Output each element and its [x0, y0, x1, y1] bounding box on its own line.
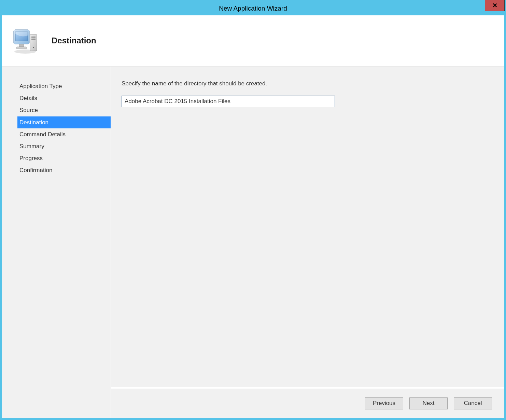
cancel-button[interactable]: Cancel [454, 397, 492, 409]
main: Specify the name of the directory that s… [111, 67, 504, 418]
wizard-window: New Application Wizard ✕ [0, 0, 506, 420]
close-icon: ✕ [492, 2, 497, 9]
sidebar-item-application-type[interactable]: Application Type [17, 80, 111, 92]
header: Destination [2, 15, 504, 67]
svg-rect-5 [19, 44, 24, 47]
computer-monitor-icon [12, 27, 40, 54]
previous-button[interactable]: Previous [365, 397, 403, 409]
sidebar-item-summary[interactable]: Summary [17, 140, 111, 152]
svg-point-4 [33, 47, 34, 48]
svg-rect-2 [31, 37, 36, 38]
sidebar-item-command-details[interactable]: Command Details [17, 128, 111, 140]
titlebar: New Application Wizard ✕ [2, 2, 504, 15]
footer: Previous Next Cancel [111, 387, 504, 418]
sidebar-item-progress[interactable]: Progress [17, 152, 111, 164]
instruction-text: Specify the name of the directory that s… [122, 80, 492, 87]
sidebar-item-destination[interactable]: Destination [17, 116, 111, 128]
sidebar-item-source[interactable]: Source [17, 104, 111, 116]
svg-rect-3 [31, 39, 36, 40]
window-title: New Application Wizard [219, 5, 287, 12]
directory-name-input[interactable] [122, 96, 335, 107]
svg-rect-6 [16, 47, 27, 49]
sidebar-item-confirmation[interactable]: Confirmation [17, 164, 111, 176]
close-button[interactable]: ✕ [485, 0, 505, 11]
next-button[interactable]: Next [409, 397, 448, 409]
page-title: Destination [52, 36, 96, 45]
content: Specify the name of the directory that s… [111, 67, 504, 387]
sidebar-item-details[interactable]: Details [17, 92, 111, 104]
sidebar: Application Type Details Source Destinat… [2, 67, 111, 418]
body: Application Type Details Source Destinat… [2, 67, 504, 418]
